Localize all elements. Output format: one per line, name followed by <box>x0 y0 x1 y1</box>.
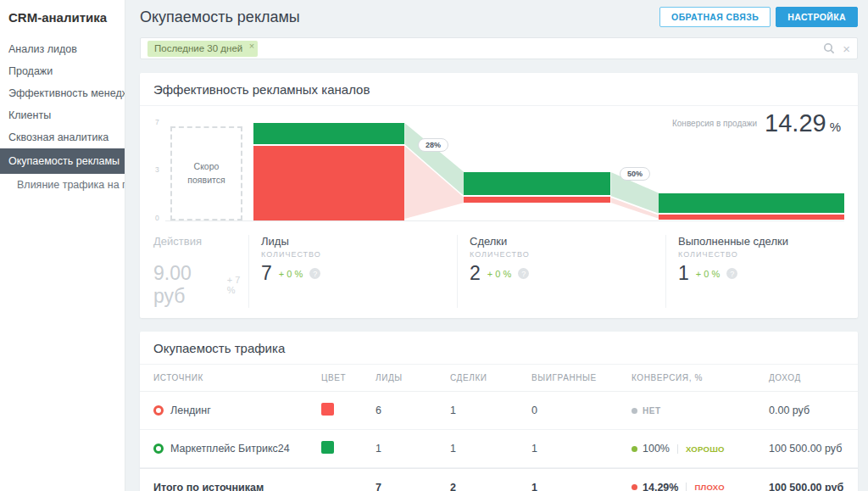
stat-delta: + 0 % <box>487 269 511 279</box>
leads-cell: 7 <box>376 482 450 491</box>
page-title: Окупаемость рекламы <box>140 8 300 26</box>
help-icon[interactable]: ? <box>518 268 529 279</box>
funnel-bar-deals <box>464 172 610 203</box>
income-cell: 0.00 руб <box>769 405 844 416</box>
tag-close-icon[interactable]: × <box>249 41 254 51</box>
col-header-conversion[interactable]: КОНВЕРСИЯ, % <box>632 373 769 382</box>
won-cell: 1 <box>531 443 632 455</box>
funnel-bar-leads <box>253 123 404 220</box>
conversion-cell: НЕТ <box>632 406 769 416</box>
bar-green-segment <box>253 123 404 144</box>
status-dot <box>632 446 637 452</box>
stat-sublabel <box>153 250 248 259</box>
col-header-income[interactable]: ДОХОД <box>769 373 844 382</box>
funnel-card: Эффективность рекламных каналов Конверси… <box>140 73 858 318</box>
source-name: Лендинг <box>170 405 211 416</box>
col-header-won[interactable]: ВЫИГРАННЫЕ <box>531 373 632 382</box>
conversion-cell: 100% ХОРОШО <box>632 443 769 455</box>
help-icon[interactable]: ? <box>309 268 320 279</box>
stat-delta: + 7 % <box>227 275 248 295</box>
bar-green-segment <box>659 193 844 213</box>
clear-filter-icon[interactable]: × <box>843 42 850 55</box>
topbar-buttons: ОБРАТНАЯ СВЯЗЬ НАСТРОЙКА <box>659 7 858 27</box>
y-axis-tick: 7 <box>155 118 159 126</box>
conversion-value: 14.29% <box>643 482 678 491</box>
stat-actions: Действия 9.00 руб + 7 % <box>153 235 248 308</box>
stat-sublabel: КОЛИЧЕСТВО <box>261 250 457 259</box>
help-icon[interactable]: ? <box>726 268 737 279</box>
source-icon <box>153 444 164 454</box>
col-header-color[interactable]: ЦВЕТ <box>321 373 376 382</box>
topbar: Окупаемость рекламы ОБРАТНАЯ СВЯЗЬ НАСТР… <box>125 0 868 34</box>
search-icon[interactable] <box>823 42 835 54</box>
stage-conversion-badge: 28% <box>418 138 448 152</box>
color-cell <box>321 403 376 418</box>
deals-cell: 1 <box>450 443 531 455</box>
filter-bar[interactable]: Последние 30 дней × × <box>140 37 858 59</box>
color-swatch <box>321 441 334 454</box>
status-dot <box>632 484 637 490</box>
sidebar-item-manager-efficiency[interactable]: Эффективность менеджер... <box>0 82 125 104</box>
main-content: Окупаемость рекламы ОБРАТНАЯ СВЯЗЬ НАСТР… <box>125 0 868 491</box>
color-swatch <box>321 403 334 416</box>
conversion-cell: 14.29% ПЛОХО <box>632 482 769 491</box>
stat-sublabel: КОЛИЧЕСТВО <box>470 250 665 259</box>
table-header-row: ИСТОЧНИК ЦВЕТ ЛИДЫ СДЕЛКИ ВЫИГРАННЫЕ КОН… <box>140 365 858 392</box>
sidebar-item-traffic-influence[interactable]: Влияние трафика на пр... <box>0 174 125 196</box>
stat-leads: Лиды КОЛИЧЕСТВО 7 + 0 % ? <box>248 235 457 308</box>
stat-label: Действия <box>153 235 248 248</box>
traffic-card: Окупаемость трафика ИСТОЧНИК ЦВЕТ ЛИДЫ С… <box>140 332 858 491</box>
sidebar-item-end-to-end-analytics[interactable]: Сквозная аналитика <box>0 126 125 148</box>
source-name: Итого по источникам <box>153 482 264 491</box>
sidebar-item-clients[interactable]: Клиенты <box>0 104 125 126</box>
funnel-stats-row: Действия 9.00 руб + 7 % Лиды КОЛИЧЕСТВО … <box>140 228 858 318</box>
rating-label: ХОРОШО <box>686 444 725 454</box>
bar-red-segment <box>464 197 610 203</box>
col-header-source[interactable]: ИСТОЧНИК <box>153 373 321 382</box>
stat-value: 2 <box>470 262 481 285</box>
y-axis-tick: 3 <box>155 165 159 174</box>
app-root: CRM-аналитика Анализ лидов Продажи Эффек… <box>0 0 868 491</box>
sidebar: CRM-аналитика Анализ лидов Продажи Эффек… <box>0 0 125 491</box>
sidebar-item-lead-analysis[interactable]: Анализ лидов <box>0 38 125 60</box>
stat-value: 7 <box>261 262 272 285</box>
bar-red-segment <box>659 215 844 220</box>
bar-red-segment <box>253 146 404 220</box>
source-cell: Итого по источникам <box>153 482 321 491</box>
stat-delta: + 0 % <box>696 269 720 279</box>
coming-soon-placeholder: Скоро появится <box>170 126 242 220</box>
stat-sublabel: КОЛИЧЕСТВО <box>678 250 844 259</box>
conversion-unit: % <box>830 120 841 134</box>
source-cell: Лендинг <box>153 405 321 416</box>
sidebar-nav: Анализ лидов Продажи Эффективность менед… <box>0 38 125 196</box>
settings-button[interactable]: НАСТРОЙКА <box>776 7 858 27</box>
stat-label: Сделки <box>470 235 665 248</box>
y-axis-tick: 0 <box>155 214 159 222</box>
funnel-card-title: Эффективность рекламных каналов <box>140 73 858 106</box>
color-cell <box>321 441 376 456</box>
filter-preset-tag[interactable]: Последние 30 дней × <box>147 41 258 57</box>
conversion-divider <box>677 444 678 454</box>
feedback-button[interactable]: ОБРАТНАЯ СВЯЗЬ <box>659 7 771 27</box>
leads-cell: 6 <box>376 405 450 416</box>
sidebar-item-sales[interactable]: Продажи <box>0 60 125 82</box>
stat-won: Выполненные сделки КОЛИЧЕСТВО 1 + 0 % ? <box>665 235 844 308</box>
funnel-chart: Конверсия в продажи 14.29 % 7 3 0 С <box>140 106 858 228</box>
stat-value: 9.00 руб <box>153 262 220 308</box>
col-header-leads[interactable]: ЛИДЫ <box>376 373 450 382</box>
table-row: Лендинг 6 1 0 НЕТ 0.00 руб <box>140 392 858 430</box>
stat-delta: + 0 % <box>279 269 303 279</box>
sidebar-item-ad-payback[interactable]: Окупаемость рекламы <box>0 148 125 174</box>
leads-cell: 1 <box>376 443 450 455</box>
sidebar-title: CRM-аналитика <box>0 0 125 38</box>
source-icon <box>153 405 164 416</box>
stat-value: 1 <box>678 262 689 285</box>
filter-search-input[interactable] <box>264 41 823 56</box>
col-header-deals[interactable]: СДЕЛКИ <box>450 373 531 382</box>
conversion-divider <box>686 483 687 491</box>
conversion-value: 100% <box>643 443 670 455</box>
conversion-label: Конверсия в продажи <box>672 119 757 128</box>
stage-conversion-badge: 50% <box>620 167 650 181</box>
income-cell: 100 500.00 руб <box>769 482 844 491</box>
source-cell: Маркетплейс Битрикс24 <box>153 443 321 455</box>
